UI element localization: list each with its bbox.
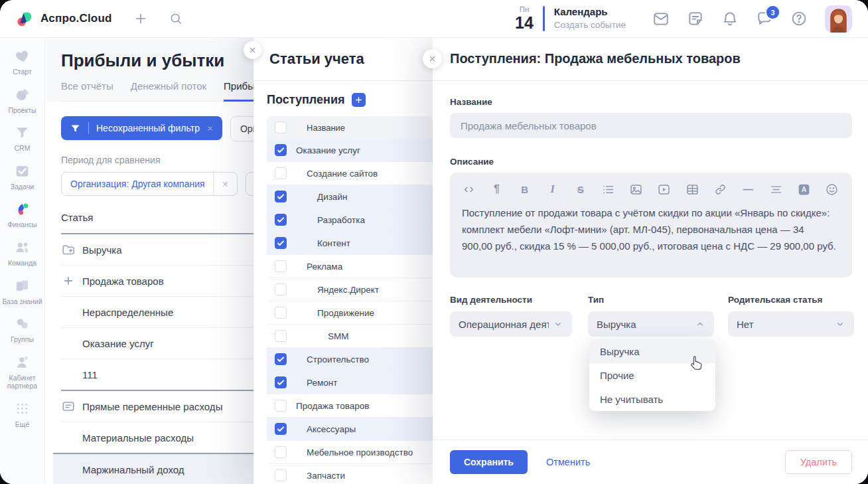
dropdown-option[interactable]: Не учитывать bbox=[589, 387, 715, 411]
article-row[interactable]: Дизайн bbox=[267, 185, 433, 208]
article-row[interactable]: Ремонт bbox=[267, 371, 433, 394]
checkbox[interactable] bbox=[275, 237, 287, 249]
chat-icon[interactable]: 3 bbox=[756, 10, 773, 27]
table-row[interactable]: Прямые переменные расходы bbox=[61, 390, 271, 422]
image-icon[interactable] bbox=[629, 183, 643, 197]
table-row[interactable]: Нераспределенные bbox=[61, 297, 271, 328]
close-articles-button[interactable] bbox=[423, 49, 442, 68]
activity-select[interactable]: Операционная деят... bbox=[450, 311, 572, 337]
video-icon[interactable] bbox=[657, 183, 671, 197]
checkbox[interactable] bbox=[275, 423, 287, 435]
sidebar-item-partner[interactable]: Кабинет партнера bbox=[1, 354, 44, 390]
checkbox[interactable] bbox=[275, 144, 287, 156]
sidebar-item-crm[interactable]: CRM bbox=[1, 124, 44, 153]
article-row[interactable]: Яндекс.Директ bbox=[267, 278, 433, 301]
avatar[interactable] bbox=[825, 5, 852, 33]
article-row[interactable]: Реклама bbox=[267, 255, 433, 278]
cancel-button[interactable]: Отменить bbox=[546, 457, 590, 467]
dropdown-option[interactable]: Прочие bbox=[589, 363, 715, 387]
article-row[interactable]: Создание сайтов bbox=[267, 162, 433, 185]
article-row[interactable]: Мебельное производство bbox=[267, 441, 433, 464]
checkbox[interactable] bbox=[275, 446, 287, 458]
textblock-icon[interactable]: A bbox=[797, 183, 811, 197]
checkbox[interactable] bbox=[275, 260, 287, 272]
select-all-checkbox[interactable] bbox=[275, 121, 287, 133]
article-row[interactable]: Разработка bbox=[267, 208, 433, 232]
sidebar-item-team[interactable]: Команда bbox=[1, 239, 44, 268]
tab-cash-flow[interactable]: Денежный поток bbox=[131, 80, 206, 101]
unsaved-filter-button[interactable]: Несохраненный фильтр bbox=[61, 116, 222, 140]
align-icon[interactable] bbox=[769, 183, 783, 197]
checkbox[interactable] bbox=[275, 214, 287, 226]
checkbox[interactable] bbox=[275, 307, 287, 319]
sidebar-item-finance[interactable]: Финансы bbox=[1, 201, 44, 229]
checkbox[interactable] bbox=[275, 167, 287, 179]
article-row[interactable]: Аксессуары bbox=[267, 418, 433, 441]
brand-title: Аспро.Cloud bbox=[40, 12, 112, 25]
sidebar-item-start[interactable]: Старт bbox=[1, 48, 44, 76]
sidebar-item-knowledge[interactable]: База знаний bbox=[1, 278, 44, 306]
bell-icon[interactable] bbox=[721, 10, 739, 27]
help-icon[interactable] bbox=[790, 10, 808, 27]
article-row[interactable]: Контент bbox=[267, 232, 433, 255]
delete-button[interactable]: Удалить bbox=[785, 450, 852, 474]
article-row[interactable]: Запчасти bbox=[267, 464, 433, 484]
save-button[interactable]: Сохранить bbox=[450, 450, 528, 474]
calendar-widget[interactable]: Календарь Создать событие bbox=[554, 6, 626, 31]
checkbox[interactable] bbox=[275, 400, 287, 412]
mail-icon[interactable] bbox=[652, 10, 670, 27]
table-row[interactable]: Материальные расходы bbox=[61, 422, 271, 453]
checkbox[interactable] bbox=[275, 469, 287, 481]
name-input[interactable]: Продажа мебельных товаров bbox=[450, 113, 852, 138]
table-row[interactable]: Маржинальный доход bbox=[53, 453, 271, 484]
tab-all-reports[interactable]: Все отчёты bbox=[61, 80, 113, 101]
add-article-button[interactable] bbox=[352, 93, 366, 107]
sidebar-item-more[interactable]: Ещё bbox=[1, 400, 44, 429]
editor-panel: Поступления: Продажа мебельных товаров Н… bbox=[433, 37, 868, 484]
table-row[interactable]: Продажа товаров bbox=[61, 266, 271, 297]
create-button[interactable] bbox=[133, 11, 148, 26]
search-icon[interactable] bbox=[169, 12, 182, 25]
checkbox[interactable] bbox=[275, 283, 287, 295]
row-label: Аксессуары bbox=[307, 424, 356, 434]
table-row[interactable]: Выручка bbox=[61, 234, 271, 266]
parent-select[interactable]: Нет bbox=[728, 311, 854, 337]
checkbox[interactable] bbox=[275, 376, 287, 388]
row-label: Оказание услуг bbox=[82, 338, 154, 349]
compare-org-chip[interactable]: Организация: Другая компания bbox=[61, 172, 238, 196]
table-icon[interactable] bbox=[686, 183, 699, 197]
article-row[interactable]: Строительство bbox=[267, 348, 433, 371]
emoji-icon[interactable] bbox=[825, 183, 839, 197]
list-icon[interactable] bbox=[601, 183, 615, 197]
dropdown-option[interactable]: Выручка bbox=[589, 339, 715, 363]
table-row[interactable]: Оказание услуг bbox=[61, 328, 271, 359]
table-row[interactable]: 111 bbox=[61, 359, 271, 390]
collapse-icon bbox=[61, 399, 76, 414]
bold-icon[interactable]: B bbox=[518, 183, 532, 197]
paragraph-icon[interactable]: ¶ bbox=[490, 183, 504, 197]
close-report-button[interactable] bbox=[244, 41, 261, 59]
close-icon[interactable] bbox=[206, 125, 214, 132]
strike-icon[interactable]: S bbox=[573, 183, 587, 197]
date-widget[interactable]: Пн 14 bbox=[515, 6, 534, 32]
checkbox[interactable] bbox=[275, 191, 287, 202]
link-icon[interactable] bbox=[713, 183, 727, 197]
article-row[interactable]: SMM bbox=[267, 325, 433, 348]
article-row[interactable]: Оказание услуг bbox=[267, 139, 433, 162]
sidebar-item-groups[interactable]: Группы bbox=[1, 315, 44, 344]
sidebar-item-projects[interactable]: Проекты bbox=[1, 86, 44, 115]
checkbox[interactable] bbox=[275, 330, 287, 342]
type-select[interactable]: Выручка bbox=[588, 311, 714, 337]
hr-icon[interactable] bbox=[741, 183, 755, 197]
code-icon[interactable] bbox=[462, 183, 476, 197]
sidebar-item-tasks[interactable]: Задачи bbox=[1, 163, 44, 191]
report-panel: Прибыли и убытки Все отчётыДенежный пото… bbox=[45, 37, 271, 484]
article-row[interactable]: Продажа товаров bbox=[267, 394, 433, 418]
italic-icon[interactable]: I bbox=[545, 183, 559, 197]
checkbox[interactable] bbox=[275, 353, 287, 365]
notes-icon[interactable] bbox=[687, 10, 704, 27]
article-row[interactable]: Продвижение bbox=[267, 301, 433, 325]
description-text[interactable]: Поступление от продажи товара с учётом с… bbox=[462, 204, 839, 254]
description-editor[interactable]: ¶BISA Поступление от продажи товара с уч… bbox=[450, 173, 852, 278]
close-icon[interactable] bbox=[222, 181, 229, 188]
